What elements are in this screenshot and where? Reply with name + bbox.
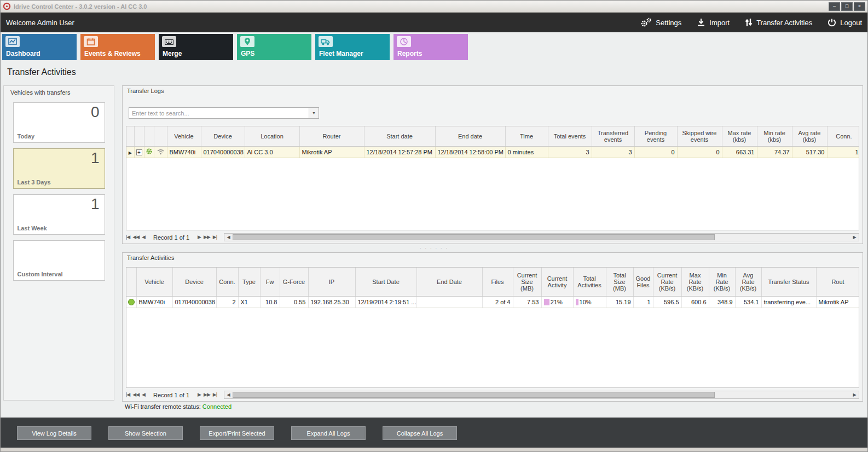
scrollbar-thumb[interactable]: [233, 392, 715, 398]
col-header-fw[interactable]: Fw: [260, 268, 280, 296]
cell-ip[interactable]: 192.168.25.30: [308, 296, 355, 308]
horizontal-scrollbar[interactable]: ◀ ▶: [224, 391, 859, 399]
cell-transferred-events[interactable]: 3: [592, 146, 634, 158]
cell-good-files[interactable]: 1: [633, 296, 653, 308]
cell-avg-rate[interactable]: 517.30: [792, 146, 827, 158]
col-header-current-activity[interactable]: Current Activity: [541, 268, 573, 296]
view-log-details-button[interactable]: View Log Details: [17, 426, 91, 440]
col-header-current-rate[interactable]: Current Rate (KB/s): [653, 268, 681, 296]
expand-row-cell[interactable]: +: [134, 146, 144, 158]
pager-last-button[interactable]: ▶|: [213, 233, 217, 241]
col-header-device[interactable]: Device: [201, 126, 245, 146]
col-header-current-size[interactable]: Current Size (MB): [513, 268, 541, 296]
filter-card-last-week[interactable]: 1 Last Week: [13, 194, 105, 235]
cell-total-activities[interactable]: 10%: [573, 296, 606, 308]
col-header-transferred-events[interactable]: Transferred events: [592, 126, 634, 146]
scrollbar-thumb[interactable]: [233, 234, 715, 240]
col-header-end-date[interactable]: End Date: [416, 268, 482, 296]
col-header[interactable]: [126, 126, 134, 146]
pager-first-button[interactable]: |◀: [126, 391, 130, 399]
col-header-total-activities[interactable]: Total Activities: [573, 268, 606, 296]
splitter-handle[interactable]: · · · · · ·: [1, 246, 867, 251]
col-header-files[interactable]: Files: [482, 268, 513, 296]
cell-device[interactable]: 017040000038: [172, 296, 216, 308]
col-header-total-size[interactable]: Total Size (MB): [606, 268, 633, 296]
col-header-type[interactable]: Type: [238, 268, 260, 296]
cell-start-date[interactable]: 12/18/2014 12:57:28 PM: [364, 146, 435, 158]
col-header-avg-rate[interactable]: Avg Rate (KB/s): [735, 268, 761, 296]
minimize-button[interactable]: –: [829, 2, 840, 11]
col-header-vehicle[interactable]: Vehicle: [136, 268, 172, 296]
pager-next-button[interactable]: ▶: [198, 391, 201, 399]
cell-current-size[interactable]: 7.53: [513, 296, 541, 308]
table-row[interactable]: BMW740i 017040000038 2 X1 10.8 0.55 192.…: [126, 296, 859, 308]
col-header-pending-events[interactable]: Pending events: [634, 126, 677, 146]
col-header-skipped-wire-events[interactable]: Skipped wire events: [677, 126, 722, 146]
cell-avg-rate[interactable]: 534.1: [735, 296, 761, 308]
tile-gps[interactable]: GPS: [237, 34, 311, 60]
settings-button[interactable]: Settings: [640, 18, 681, 27]
expand-button[interactable]: +: [136, 149, 142, 155]
cell-router[interactable]: Mikrotik AP: [816, 296, 859, 308]
import-button[interactable]: Import: [697, 18, 730, 27]
collapse-all-logs-button[interactable]: Collapse All Logs: [383, 426, 457, 440]
col-header-conn[interactable]: Conn.: [827, 126, 859, 146]
col-header-max-rate[interactable]: Max rate (kbs): [722, 126, 757, 146]
pager-next-page-button[interactable]: ▶▶: [204, 391, 210, 399]
cell-current-activity[interactable]: 21%: [541, 296, 573, 308]
cell-end-date[interactable]: 12/18/2014 12:58:00 PM: [435, 146, 505, 158]
col-header-total-events[interactable]: Total events: [548, 126, 592, 146]
cell-pending-events[interactable]: 0: [634, 146, 677, 158]
export-print-selected-button[interactable]: Export/Print Selected: [200, 426, 274, 440]
cell-g-force[interactable]: 0.55: [280, 296, 308, 308]
cell-current-rate[interactable]: 596.5: [653, 296, 681, 308]
horizontal-scrollbar[interactable]: ◀ ▶: [224, 233, 859, 241]
col-header-end-date[interactable]: End date: [435, 126, 505, 146]
pager-prev-button[interactable]: ◀: [142, 233, 145, 241]
cell-min-rate[interactable]: 348.9: [709, 296, 735, 308]
col-header-max-rate[interactable]: Max Rate (KB/s): [681, 268, 709, 296]
cell-type[interactable]: X1: [238, 296, 260, 308]
col-header-g-force[interactable]: G-Force: [280, 268, 308, 296]
expand-all-logs-button[interactable]: Expand All Logs: [291, 426, 366, 440]
cell-total-events[interactable]: 3: [548, 146, 592, 158]
transfer-activities-button[interactable]: Transfer Activities: [745, 18, 812, 27]
maximize-button[interactable]: □: [841, 2, 853, 11]
col-header-vehicle[interactable]: Vehicle: [167, 126, 201, 146]
col-header-start-date[interactable]: Start Date: [355, 268, 416, 296]
tile-reports[interactable]: Reports: [394, 34, 468, 60]
scrollbar-track[interactable]: [233, 391, 850, 398]
col-header-device[interactable]: Device: [172, 268, 216, 296]
col-header-avg-rate[interactable]: Avg rate (kbs): [792, 126, 827, 146]
col-header[interactable]: [126, 268, 136, 296]
col-header[interactable]: [144, 126, 154, 146]
cell-conn[interactable]: 1: [827, 146, 859, 158]
show-selection-button[interactable]: Show Selection: [108, 426, 183, 440]
col-header-ip[interactable]: IP: [308, 268, 355, 296]
col-header-good-files[interactable]: Good Files: [633, 268, 653, 296]
pager-last-button[interactable]: ▶|: [213, 391, 217, 399]
col-header-router[interactable]: Router: [299, 126, 364, 146]
cell-skipped-wire-events[interactable]: 0: [677, 146, 722, 158]
pager-next-page-button[interactable]: ▶▶: [204, 233, 210, 241]
cell-min-rate[interactable]: 74.37: [757, 146, 792, 158]
scrollbar-track[interactable]: [233, 234, 850, 241]
col-header-router[interactable]: Rout: [816, 268, 859, 296]
table-row[interactable]: ▶ +: [126, 146, 859, 158]
cell-vehicle[interactable]: BMW740i: [167, 146, 201, 158]
cell-max-rate[interactable]: 663.31: [722, 146, 757, 158]
cell-files[interactable]: 2 of 4: [482, 296, 513, 308]
cell-transfer-status[interactable]: transferring eve...: [761, 296, 816, 308]
col-header-start-date[interactable]: Start date: [364, 126, 435, 146]
col-header-time[interactable]: Time: [505, 126, 548, 146]
pager-prev-button[interactable]: ◀: [142, 391, 145, 399]
cell-vehicle[interactable]: BMW740i: [136, 296, 172, 308]
pager-prev-page-button[interactable]: ◀◀: [132, 391, 139, 399]
col-header[interactable]: [134, 126, 144, 146]
pager-prev-page-button[interactable]: ◀◀: [132, 233, 139, 241]
scroll-left-arrow[interactable]: ◀: [224, 234, 233, 241]
cell-end-date[interactable]: [416, 296, 482, 308]
tile-events-reviews[interactable]: Events & Reviews: [80, 34, 155, 60]
filter-card-today[interactable]: 0 Today: [13, 102, 105, 143]
col-header-min-rate[interactable]: Min Rate (KB/s): [709, 268, 735, 296]
